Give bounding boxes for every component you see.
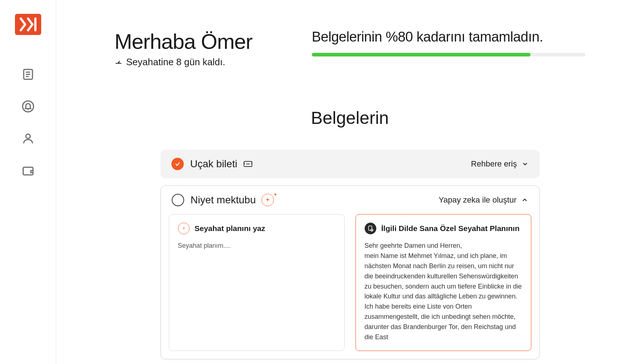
nav-documents[interactable] <box>21 67 35 82</box>
chevron-down-icon <box>521 160 529 168</box>
greeting-title: Merhaba Ömer <box>114 29 252 54</box>
left-panel-title: Seyahat planını yaz <box>178 223 335 234</box>
progress-label: Belgelerinin %80 kadarını tamamladın. <box>312 29 585 45</box>
svg-point-6 <box>26 134 30 138</box>
doc-action-ticket[interactable]: Rehbere eriş <box>471 159 529 169</box>
user-icon <box>22 132 35 145</box>
doc-title-ticket: Uçak bileti <box>190 158 253 170</box>
doc-header-letter[interactable]: Niyet mektubu ✦ Yapay zeka ile oluştur <box>161 186 539 214</box>
plus-sparkle-icon <box>178 223 190 234</box>
status-completed-icon <box>171 158 184 170</box>
progress-fill <box>312 53 531 56</box>
logo-icon <box>18 16 38 32</box>
right-panel-generated: İlgili Dilde Sana Özel Seyahat Planının … <box>356 214 531 351</box>
doc-action-letter[interactable]: Yapay zeka ile oluştur <box>439 195 528 205</box>
doc-card-ticket: Uçak bileti Rehbere eriş <box>160 150 540 178</box>
ai-sparkle-badge: ✦ <box>261 194 274 206</box>
doc-header-ticket[interactable]: Uçak bileti Rehbere eriş <box>160 150 540 178</box>
document-ai-icon <box>365 223 376 234</box>
sidebar <box>0 0 56 364</box>
doc-card-letter: Niyet mektubu ✦ Yapay zeka ile oluştur <box>160 185 540 359</box>
nav-wallet[interactable] <box>21 163 35 178</box>
section-title: Belgelerin <box>114 108 585 128</box>
documents-list: Uçak bileti Rehbere eriş <box>160 150 540 359</box>
chevron-up-icon <box>521 196 528 204</box>
nav-notifications[interactable] <box>21 99 35 114</box>
doc-title-letter: Niyet mektubu ✦ <box>191 194 274 206</box>
left-panel-content[interactable]: Seyahat planım.... <box>178 241 335 251</box>
trip-countdown: Seyahatine 8 gün kaldı. <box>114 56 252 68</box>
bell-icon <box>22 100 35 113</box>
document-icon <box>22 68 35 81</box>
status-empty-icon <box>172 194 184 206</box>
right-panel-content: Sehr geehrte Damen und Herren, mein Name… <box>365 241 522 343</box>
sparkle-icon <box>264 197 271 203</box>
app-logo[interactable] <box>15 14 41 35</box>
left-panel-write-plan[interactable]: Seyahat planını yaz Seyahat planım.... <box>169 214 345 351</box>
right-panel-title: İlgili Dilde Sana Özel Seyahat Planının <box>365 223 522 234</box>
page-header: Merhaba Ömer Seyahatine 8 gün kaldı. Bel… <box>114 29 585 68</box>
wallet-icon <box>22 164 35 177</box>
plane-icon <box>114 58 123 66</box>
ticket-icon <box>243 160 253 168</box>
nav-profile[interactable] <box>21 131 35 146</box>
main-content: Merhaba Ömer Seyahatine 8 gün kaldı. Bel… <box>56 0 629 364</box>
progress-bar <box>312 53 585 56</box>
doc-body-letter: Seyahat planını yaz Seyahat planım.... <box>161 214 539 359</box>
